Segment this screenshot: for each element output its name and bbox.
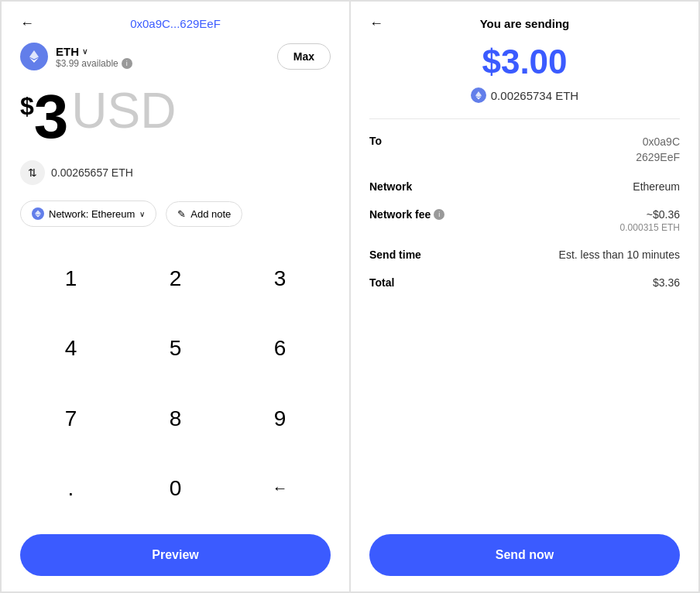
fee-label: Network fee: [369, 208, 431, 221]
total-row: Total $3.36: [369, 276, 680, 289]
send-time-label: Send time: [369, 249, 421, 261]
key-3[interactable]: 3: [229, 245, 331, 312]
key-9[interactable]: 9: [229, 386, 331, 452]
token-row: ETH ∨ $3.99 available i Max: [20, 43, 331, 70]
key-7[interactable]: 7: [20, 386, 122, 452]
token-selector[interactable]: ETH ∨ $3.99 available i: [20, 43, 132, 70]
fee-eth-value: 0.000315 ETH: [620, 222, 680, 233]
sending-eth-amount: 0.00265734 ETH: [491, 89, 578, 102]
network-label: Network: Ethereum: [49, 208, 135, 220]
right-header-title: You are sending: [480, 17, 570, 30]
fee-row: Network fee i ~$0.36 0.000315 ETH: [369, 208, 680, 233]
wallet-address[interactable]: 0x0a9C...629EeF: [130, 17, 221, 30]
to-row: To 0x0a9C 2629EeF: [369, 135, 680, 165]
network-selector[interactable]: Network: Ethereum ∨: [20, 201, 156, 227]
key-0[interactable]: 0: [125, 455, 226, 522]
to-address-line1: 0x0a9C: [636, 135, 680, 150]
info-icon: i: [122, 58, 132, 69]
confirm-panel: ← You are sending $3.00 0.00265734 ETH T…: [350, 1, 699, 592]
network-icon: [32, 207, 44, 220]
send-now-button[interactable]: Send now: [369, 534, 680, 576]
token-available: $3.99 available i: [56, 58, 132, 69]
key-4[interactable]: 4: [20, 315, 122, 382]
token-name: ETH ∨: [56, 45, 132, 58]
key-dot[interactable]: .: [20, 455, 122, 522]
total-label: Total: [369, 276, 394, 289]
numpad: 1 2 3 4 5 6 7 8 9 . 0 ←: [20, 245, 331, 522]
eth-amount: 0.00265657 ETH: [51, 166, 133, 179]
key-5[interactable]: 5: [125, 315, 226, 382]
add-note-label: Add note: [190, 208, 231, 220]
add-note-button[interactable]: ✎ Add note: [166, 201, 242, 227]
swap-currency-button[interactable]: ⇅: [20, 160, 45, 185]
right-header: ← You are sending: [369, 17, 680, 30]
to-address-line2: 2629EeF: [636, 150, 680, 166]
network-row: Network Ethereum: [369, 180, 680, 193]
fee-info-icon: i: [434, 209, 444, 220]
key-6[interactable]: 6: [229, 315, 331, 382]
sending-amount: $3.00: [369, 43, 680, 81]
eth-icon-small: [471, 87, 486, 103]
max-button[interactable]: Max: [277, 43, 331, 70]
key-2[interactable]: 2: [125, 245, 226, 312]
back-button[interactable]: ←: [20, 15, 34, 32]
total-value: $3.36: [653, 276, 680, 289]
fee-value-group: ~$0.36 0.000315 ETH: [620, 208, 680, 233]
amount-number: 3: [34, 86, 69, 148]
key-8[interactable]: 8: [125, 386, 226, 452]
divider: [369, 118, 680, 119]
to-address: 0x0a9C 2629EeF: [636, 135, 680, 165]
transaction-details: To 0x0a9C 2629EeF Network Ethereum Netwo…: [369, 135, 680, 534]
amount-display: $ 3 USD: [20, 86, 331, 148]
action-row: Network: Ethereum ∨ ✎ Add note: [20, 201, 331, 227]
token-details: ETH ∨ $3.99 available i: [56, 45, 132, 69]
right-back-button[interactable]: ←: [369, 15, 383, 32]
to-label: To: [369, 135, 382, 147]
eth-icon: [20, 43, 48, 70]
fee-usd-value: ~$0.36: [620, 208, 680, 221]
chevron-down-icon: ∨: [82, 47, 88, 56]
pencil-icon: ✎: [177, 208, 186, 220]
sending-usd: $3.00: [369, 43, 680, 81]
send-time-value: Est. less than 10 minutes: [559, 249, 680, 261]
network-detail-value: Ethereum: [633, 180, 680, 193]
eth-equivalent: ⇅ 0.00265657 ETH: [20, 160, 331, 185]
key-backspace[interactable]: ←: [229, 455, 331, 522]
send-panel: ← 0x0a9C...629EeF ETH ∨ $3.: [1, 1, 350, 592]
sending-eth-row: 0.00265734 ETH: [369, 87, 680, 103]
dollar-sign: $: [20, 92, 34, 121]
swap-icon: ⇅: [28, 166, 37, 179]
preview-button[interactable]: Preview: [20, 534, 331, 576]
key-1[interactable]: 1: [20, 245, 122, 312]
amount-currency: USD: [71, 86, 176, 135]
send-time-row: Send time Est. less than 10 minutes: [369, 249, 680, 261]
network-chevron-icon: ∨: [139, 210, 145, 218]
left-header: ← 0x0a9C...629EeF: [20, 17, 331, 30]
fee-label-group: Network fee i: [369, 208, 444, 221]
network-detail-label: Network: [369, 180, 412, 193]
